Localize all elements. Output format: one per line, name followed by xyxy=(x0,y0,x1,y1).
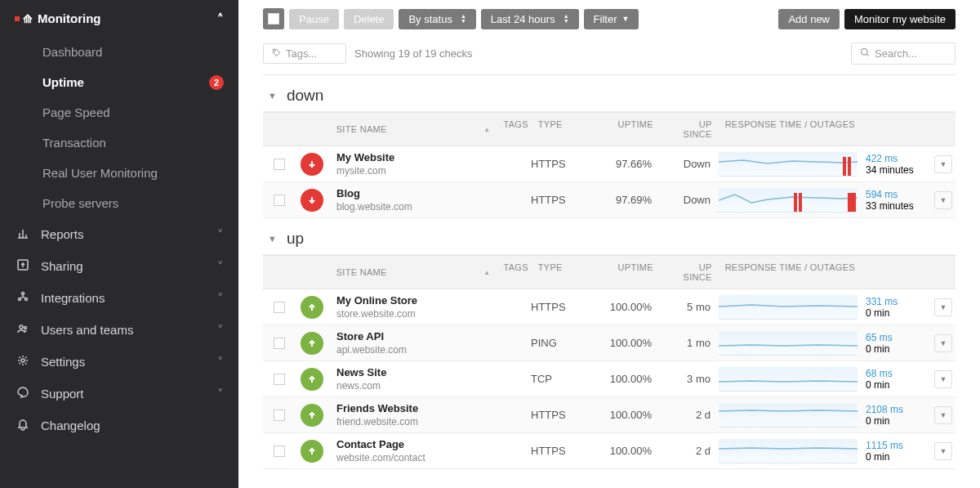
chevron-down-icon: ˅ xyxy=(217,355,224,369)
check-type: PING xyxy=(531,337,588,349)
row-actions-dropdown[interactable]: ▼ xyxy=(934,155,952,173)
svg-point-4 xyxy=(20,325,23,329)
tags-input[interactable]: Tags... xyxy=(263,43,346,64)
outage-duration: 0 min xyxy=(866,307,931,319)
chevron-down-icon: ˅ xyxy=(217,323,224,338)
sidebar-item-page-speed[interactable]: Page Speed xyxy=(0,97,238,128)
sidebar-item-integrations[interactable]: Integrations ˅ xyxy=(0,282,238,314)
sparkline xyxy=(719,152,858,177)
table-row[interactable]: Blogblog.website.com HTTPS 97.69% Down 5… xyxy=(263,182,956,218)
bell-icon xyxy=(15,418,31,433)
sidebar-section-monitoring[interactable]: ⟰ Monitoring ˄ xyxy=(0,0,238,37)
uptime-pct: 100.00% xyxy=(588,445,662,457)
row-checkbox[interactable] xyxy=(274,302,285,313)
status-down-icon xyxy=(301,153,323,176)
by-status-dropdown[interactable]: By status ▲▼ xyxy=(399,9,475,29)
uptime-pct: 97.66% xyxy=(588,158,662,170)
row-checkbox[interactable] xyxy=(274,374,285,385)
sidebar-item-probe[interactable]: Probe servers xyxy=(0,188,238,218)
sidebar-item-reports[interactable]: Reports ˅ xyxy=(0,218,238,250)
outage-duration: 0 min xyxy=(866,451,931,463)
status-up-icon xyxy=(301,332,323,355)
site-name: Contact Page xyxy=(336,438,500,450)
group-header-up[interactable]: ▼ up xyxy=(263,218,956,255)
chart-icon xyxy=(15,226,31,242)
response-ms: 422 ms xyxy=(866,153,931,164)
site-name: Blog xyxy=(336,187,500,199)
sidebar-item-transaction[interactable]: Transaction xyxy=(0,128,238,158)
site-host: blog.website.com xyxy=(336,201,500,213)
col-tags[interactable]: TAGS xyxy=(498,113,532,146)
uptime-pct: 100.00% xyxy=(588,337,662,349)
sidebar-item-label: Real User Monitoring xyxy=(42,166,158,180)
sidebar-item-label: Users and teams xyxy=(41,323,133,337)
site-host: mysite.com xyxy=(336,165,500,177)
collapse-icon: ▼ xyxy=(268,91,277,101)
group-header-down[interactable]: ▼ down xyxy=(263,75,956,112)
response-ms: 594 ms xyxy=(866,189,931,200)
sparkline xyxy=(719,367,858,392)
svg-point-7 xyxy=(274,51,275,51)
col-uptime[interactable]: UPTIME xyxy=(590,113,663,146)
table-row[interactable]: Store APIapi.website.com PING 100.00% 1 … xyxy=(263,325,956,361)
sidebar-item-rum[interactable]: Real User Monitoring xyxy=(0,158,238,188)
row-actions-dropdown[interactable]: ▼ xyxy=(934,442,952,460)
sidebar-item-support[interactable]: Support ˅ xyxy=(0,378,238,410)
search-input[interactable]: Search... xyxy=(851,43,956,65)
col-response[interactable]: RESPONSE TIME / OUTAGES xyxy=(720,256,866,289)
col-uptime[interactable]: UPTIME xyxy=(590,256,663,289)
row-actions-dropdown[interactable]: ▼ xyxy=(934,334,952,352)
table-row[interactable]: News Sitenews.com TCP 100.00% 3 mo 68 ms… xyxy=(263,361,956,397)
chevron-down-icon: ˅ xyxy=(217,227,224,242)
row-checkbox[interactable] xyxy=(274,195,285,206)
monitor-website-button[interactable]: Monitor my website xyxy=(844,9,956,29)
sidebar-item-users[interactable]: Users and teams ˅ xyxy=(0,314,238,346)
table-row[interactable]: Friends Websitefriend.website.com HTTPS … xyxy=(263,397,956,433)
sidebar-item-label: Probe servers xyxy=(42,196,118,210)
chevron-up-icon: ˄ xyxy=(217,11,224,26)
outage-duration: 0 min xyxy=(866,379,931,391)
row-checkbox[interactable] xyxy=(274,445,285,457)
col-type[interactable]: TYPE xyxy=(533,256,590,289)
search-placeholder: Search... xyxy=(875,47,917,60)
time-range-dropdown[interactable]: Last 24 hours ▲▼ xyxy=(481,9,579,29)
outage-duration: 0 min xyxy=(866,343,931,355)
sidebar-item-dashboard[interactable]: Dashboard xyxy=(0,37,238,67)
check-type: HTTPS xyxy=(531,409,588,421)
sidebar-item-sharing[interactable]: Sharing ˅ xyxy=(0,250,238,282)
col-type[interactable]: TYPE xyxy=(533,113,590,146)
row-actions-dropdown[interactable]: ▼ xyxy=(934,298,952,316)
col-up-since[interactable]: UP SINCE xyxy=(663,113,720,146)
sidebar-item-label: Transaction xyxy=(42,136,106,150)
sidebar-item-label: Dashboard xyxy=(42,45,102,59)
filter-dropdown[interactable]: Filter ▼ xyxy=(584,9,639,29)
sidebar-label-monitoring: Monitoring xyxy=(38,11,100,25)
table-row[interactable]: My Online Storestore.website.com HTTPS 1… xyxy=(263,289,956,325)
row-actions-dropdown[interactable]: ▼ xyxy=(934,406,952,424)
row-checkbox[interactable] xyxy=(274,159,285,170)
row-checkbox[interactable] xyxy=(274,338,285,349)
select-all-checkbox[interactable] xyxy=(263,8,284,29)
row-actions-dropdown[interactable]: ▼ xyxy=(934,370,952,388)
add-new-button[interactable]: Add new xyxy=(778,9,840,29)
row-actions-dropdown[interactable]: ▼ xyxy=(934,191,952,209)
pause-button[interactable]: Pause xyxy=(289,9,339,29)
col-tags[interactable]: TAGS xyxy=(498,256,532,289)
uptime-pct: 97.69% xyxy=(588,194,662,206)
col-site-name[interactable]: SITE NAME ▲ xyxy=(328,113,499,146)
sidebar-item-settings[interactable]: Settings ˅ xyxy=(0,346,238,378)
col-response[interactable]: RESPONSE TIME / OUTAGES xyxy=(720,113,866,146)
row-checkbox[interactable] xyxy=(274,410,285,421)
sidebar-item-uptime[interactable]: Uptime 2 xyxy=(0,67,238,97)
response-ms: 2108 ms xyxy=(866,404,931,415)
col-site-name[interactable]: SITE NAME ▲ xyxy=(328,256,499,289)
table-row[interactable]: My Websitemysite.com HTTPS 97.66% Down 4… xyxy=(263,146,956,182)
table-row[interactable]: Contact Pagewebsite.com/contact HTTPS 10… xyxy=(263,433,956,469)
col-up-since[interactable]: UP SINCE xyxy=(663,256,720,289)
support-icon xyxy=(15,386,31,401)
uptime-badge: 2 xyxy=(209,75,224,90)
logo-wave-icon: ⟰ xyxy=(23,12,31,25)
sparkline xyxy=(719,188,858,213)
sidebar-item-changelog[interactable]: Changelog xyxy=(0,410,238,441)
delete-button[interactable]: Delete xyxy=(344,9,394,29)
